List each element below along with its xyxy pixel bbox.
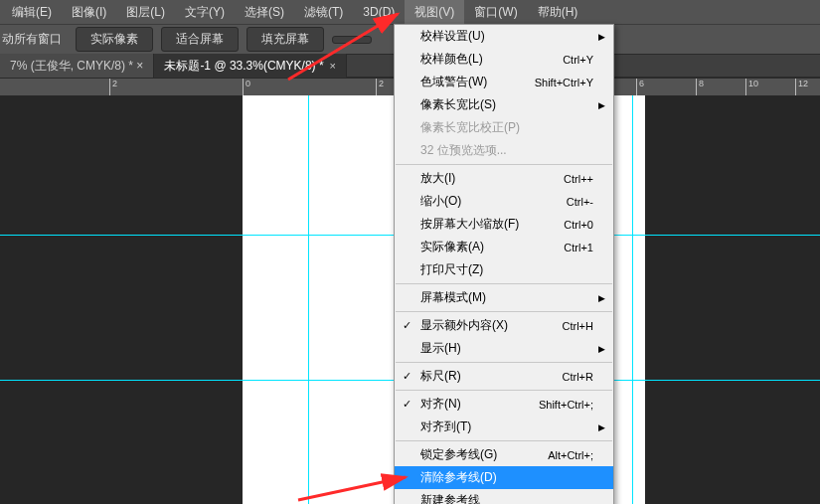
submenu-arrow-icon: ▶ (598, 422, 605, 432)
menu-item-screen-mode[interactable]: 屏幕模式(M)▶ (395, 286, 613, 309)
close-icon[interactable]: × (330, 54, 336, 78)
menu-item-actual-pixels[interactable]: 实际像素(A)Ctrl+1 (395, 236, 613, 258)
ruler-tick: 6 (636, 79, 644, 95)
btn-fit-screen[interactable]: 适合屏幕 (161, 27, 239, 52)
submenu-arrow-icon: ▶ (598, 100, 605, 110)
menu-layer[interactable]: 图层(L) (116, 0, 175, 24)
menu-item-32bit-preview: 32 位预览选项... (395, 139, 613, 162)
document-tab-2[interactable]: 未标题-1 @ 33.3%(CMYK/8) * × (154, 54, 347, 78)
menu-item-rulers[interactable]: ✓标尺(R)Ctrl+R (395, 365, 613, 388)
menu-item-zoom-out[interactable]: 缩小(O)Ctrl+- (395, 190, 613, 213)
guide-vertical[interactable] (632, 95, 633, 504)
menu-item-pixel-ratio-correction: 像素长宽比校正(P) (395, 116, 613, 139)
menu-item-pixel-ratio[interactable]: 像素长宽比(S)▶ (395, 93, 613, 116)
ruler-tick: 10 (745, 79, 758, 95)
menu-edit[interactable]: 编辑(E) (2, 0, 62, 24)
menu-item-zoom-in[interactable]: 放大(I)Ctrl++ (395, 167, 613, 190)
menu-window[interactable]: 窗口(W) (464, 0, 527, 24)
tab-label: 7% (王俊华, CMYK/8) * × (10, 54, 143, 78)
menu-image[interactable]: 图像(I) (62, 0, 116, 24)
ruler-tick: 2 (109, 79, 117, 95)
menu-select[interactable]: 选择(S) (235, 0, 294, 24)
ruler-tick: 0 (243, 79, 250, 95)
menu-item-lock-guides[interactable]: 锁定参考线(G)Alt+Ctrl+; (395, 443, 613, 466)
ruler-tick: 8 (696, 79, 704, 95)
menu-item-show[interactable]: 显示(H)▶ (395, 337, 613, 360)
submenu-arrow-icon: ▶ (598, 344, 605, 354)
menu-item-snap[interactable]: ✓对齐(N)Shift+Ctrl+; (395, 393, 613, 416)
menu-3d[interactable]: 3D(D) (353, 0, 405, 24)
btn-actual-pixels[interactable]: 实际像素 (76, 27, 153, 52)
ruler-tick: 2 (376, 79, 384, 95)
menu-item-fit-screen[interactable]: 按屏幕大小缩放(F)Ctrl+0 (395, 213, 613, 236)
check-icon: ✓ (403, 319, 411, 332)
tab-label: 未标题-1 @ 33.3%(CMYK/8) * (164, 54, 323, 78)
btn-fill-screen[interactable]: 填充屏幕 (246, 27, 324, 52)
menu-item-gamut-warning[interactable]: 色域警告(W)Shift+Ctrl+Y (395, 71, 613, 93)
menu-item-clear-guides[interactable]: 清除参考线(D) (395, 466, 613, 489)
menu-item-new-guide[interactable]: 新建参考线 (395, 489, 613, 504)
menu-filter[interactable]: 滤镜(T) (294, 0, 353, 24)
option-all-windows[interactable]: 动所有窗口 (2, 31, 62, 48)
menu-item-proof-setup[interactable]: 校样设置(U)▶ (395, 25, 613, 48)
guide-vertical[interactable] (308, 95, 309, 504)
menu-view[interactable]: 视图(V) (405, 0, 464, 24)
view-menu-dropdown: 校样设置(U)▶ 校样颜色(L)Ctrl+Y 色域警告(W)Shift+Ctrl… (394, 24, 614, 504)
submenu-arrow-icon: ▶ (598, 32, 605, 42)
menu-type[interactable]: 文字(Y) (175, 0, 235, 24)
check-icon: ✓ (403, 370, 411, 383)
submenu-arrow-icon: ▶ (598, 293, 605, 303)
menu-help[interactable]: 帮助(H) (528, 0, 588, 24)
btn-print[interactable] (332, 36, 372, 44)
menu-item-print-size[interactable]: 打印尺寸(Z) (395, 258, 613, 281)
document-tab-1[interactable]: 7% (王俊华, CMYK/8) * × (0, 54, 154, 78)
check-icon: ✓ (403, 398, 411, 411)
menu-bar: 编辑(E) 图像(I) 图层(L) 文字(Y) 选择(S) 滤镜(T) 3D(D… (0, 0, 820, 24)
menu-item-snap-to[interactable]: 对齐到(T)▶ (395, 416, 613, 438)
menu-item-proof-colors[interactable]: 校样颜色(L)Ctrl+Y (395, 48, 613, 71)
menu-item-extras[interactable]: ✓显示额外内容(X)Ctrl+H (395, 314, 613, 337)
ruler-tick: 12 (795, 79, 808, 95)
